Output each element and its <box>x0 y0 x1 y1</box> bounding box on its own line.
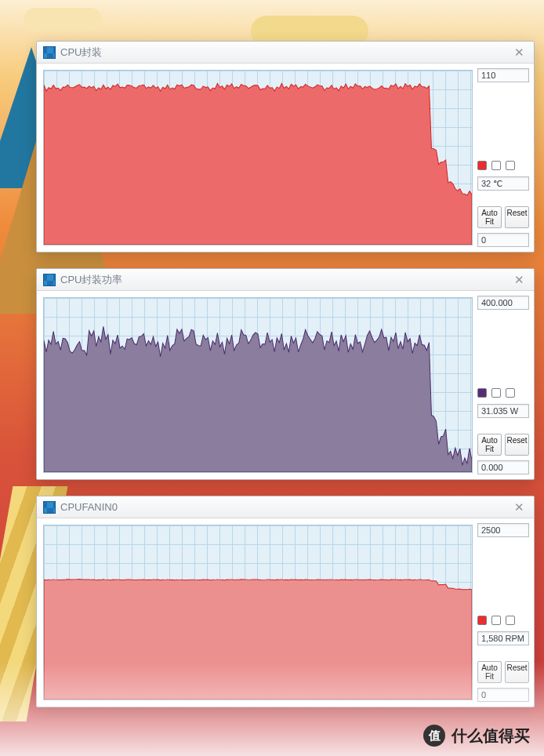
max-value[interactable]: 400.000 <box>477 296 529 310</box>
series-swatches <box>477 159 529 172</box>
decorative-cloud <box>24 8 102 31</box>
side-panel: 110 32 ℃ Auto Fit Reset 0 <box>476 64 534 252</box>
app-icon <box>43 274 56 286</box>
series-swatches <box>477 387 529 399</box>
current-value[interactable]: 31.035 W <box>477 404 529 418</box>
app-icon <box>43 46 56 59</box>
close-icon[interactable]: ✕ <box>510 273 528 287</box>
titlebar[interactable]: CPU封装 ✕ <box>37 42 534 64</box>
reset-button[interactable]: Reset <box>505 434 529 456</box>
max-value[interactable]: 2500 <box>477 523 529 537</box>
current-value[interactable]: 32 ℃ <box>477 176 529 191</box>
brand-badge-icon: 值 <box>423 725 445 747</box>
series-color-swatch[interactable] <box>477 388 487 398</box>
series-color-swatch[interactable] <box>477 616 487 625</box>
close-icon[interactable]: ✕ <box>510 45 528 60</box>
current-value[interactable]: 1,580 RPM <box>477 631 529 645</box>
min-value[interactable]: 0.000 <box>477 460 529 474</box>
autofit-button[interactable]: Auto Fit <box>477 434 502 456</box>
monitor-window-cpu_temp: CPU封装 ✕ 110 32 ℃ Auto Fit <box>36 41 535 253</box>
series-empty-swatch[interactable] <box>491 388 501 398</box>
brand-footer: 值 什么值得买 <box>423 725 530 747</box>
series-swatches <box>477 614 529 627</box>
brand-text: 什么值得买 <box>452 725 530 747</box>
series-empty-swatch[interactable] <box>491 161 501 170</box>
titlebar[interactable]: CPU封装功率 ✕ <box>37 269 534 291</box>
min-value[interactable]: 0 <box>477 233 529 247</box>
window-title: CPU封装 <box>60 45 510 60</box>
chart-area <box>43 70 473 245</box>
series-color-swatch[interactable] <box>477 161 487 170</box>
window-title: CPUFANIN0 <box>60 501 510 513</box>
side-panel: 400.000 31.035 W Auto Fit Reset 0.000 <box>476 291 534 479</box>
monitor-window-cpu_power: CPU封装功率 ✕ 400.000 31.035 W Aut <box>36 268 535 480</box>
series-empty-swatch[interactable] <box>506 388 515 398</box>
series-empty-swatch[interactable] <box>491 616 501 625</box>
window-title: CPU封装功率 <box>60 273 510 287</box>
autofit-button[interactable]: Auto Fit <box>477 206 502 228</box>
titlebar[interactable]: CPUFANIN0 ✕ <box>37 496 534 518</box>
series-empty-swatch[interactable] <box>506 616 515 625</box>
reset-button[interactable]: Reset <box>505 206 529 228</box>
max-value[interactable]: 110 <box>477 68 529 82</box>
series-empty-swatch[interactable] <box>506 161 515 170</box>
close-icon[interactable]: ✕ <box>510 500 528 514</box>
app-icon <box>43 501 56 514</box>
chart-area <box>43 297 473 473</box>
